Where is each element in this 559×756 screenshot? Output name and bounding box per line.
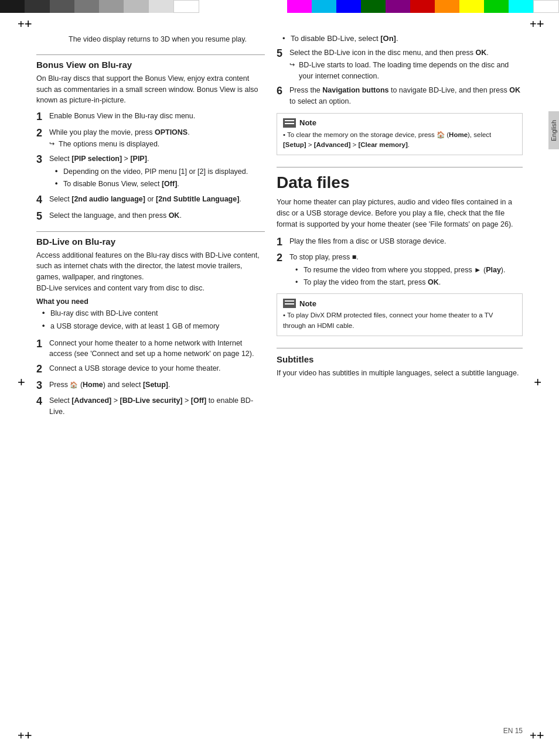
note-icon-2 [283,299,296,308]
data-files-title: Data files [277,173,523,192]
bonus-step-1: 1 Enable Bonus View in the Blu-ray disc … [36,111,265,124]
color-bar-gray4 [124,0,148,13]
color-bar-gray3 [99,0,124,13]
bdlive-note-box: Note • To clear the memory on the storag… [277,113,523,156]
df-note-label: Note [299,299,316,308]
data-files-step-1: 1 Play the files from a disc or USB stor… [277,236,523,249]
right-column: •To disable BD-Live, select [On]. 5 Sele… [277,34,523,724]
step-3-content: Select [PIP selection] > [PIP]. •Dependi… [49,153,265,190]
color-bar-gray5 [149,0,173,13]
bonus-step-3: 3 Select [PIP selection] > [PIP]. •Depen… [36,153,265,190]
bonus-step-4: 4 Select [2nd audio language] or [2nd Su… [36,194,265,207]
bdlive-num-6: 6 [277,85,289,98]
bdlive-step-4-text: Select [Advanced] > [BD-Live security] >… [49,395,265,418]
df-bullet-2: •To play the video from the start, press… [295,277,523,288]
bdlive-note-text: • To clear the memory on the storage dev… [283,130,516,150]
bdlive-num-2: 2 [36,363,49,376]
divider-subtitles [277,348,523,348]
step-3-bullet-2: •To disable Bonus View, select [Off]. [55,179,265,190]
note-icon [283,118,296,128]
bdlive-note-header: Note [283,118,516,128]
bonus-step-2: 2 While you play the movie, press OPTION… [36,127,265,150]
color-bar-magenta [287,0,312,13]
color-bar-yellow [459,0,484,13]
bdlive-num-3: 3 [36,379,49,392]
bdlive-step-5-content: Select the BD-Live icon in the disc menu… [289,47,523,81]
df-num-1: 1 [277,236,289,249]
step-2-arrow-text: The options menu is displayed. [59,139,159,150]
bonus-view-title: Bonus View on Blu-ray [36,60,265,70]
color-bar-green [484,0,509,13]
divider-bonus-view [36,54,265,55]
bdlive-step-1: 1 Connect your home theater to a home ne… [36,338,265,360]
bdlive-disable-bullet: •To disable BD-Live, select [On]. [282,34,523,43]
intro-text: The video display returns to 3D when you… [36,34,265,45]
color-bar-darkgray [25,0,49,13]
bdlive-step-3-text: Press 🏠 (Home) and select [Setup]. [49,379,265,391]
needs-list: •Blu-ray disc with BD-Live content •a US… [36,307,265,332]
reg-mark-mid-right: + [534,375,541,390]
df-step-1-text: Play the files from a disc or USB storag… [289,236,523,247]
step-3-bullet-1: •Depending on the video, PIP menu [1] or… [55,166,265,177]
reg-mark-top-left: + [18,16,29,28]
sidebar-language-label: English [548,111,559,149]
color-bar-cyan2 [509,0,533,13]
step-num-1: 1 [36,111,49,124]
subtitles-body: If your video has subtitles in multiple … [277,368,523,379]
color-bar-black [0,0,25,13]
bdlive-note-label: Note [299,118,316,127]
df-num-2: 2 [277,252,289,265]
bdlive-step-6: 6 Press the Navigation buttons to naviga… [277,85,523,107]
data-files-note-box: Note • To play DivX DRM protected files,… [277,293,523,336]
bdlive-step-2: 2 Connect a USB storage device to your h… [36,363,265,376]
data-files-note-header: Note [283,299,516,308]
page-footer: EN 15 [503,727,523,735]
need-item-2: •a USB storage device, with at least 1 G… [42,320,265,332]
need-item-1: •Blu-ray disc with BD-Live content [42,307,265,319]
bdlive-title: BD-Live on Blu-ray [36,237,265,247]
step-2-content: While you play the movie, press OPTIONS.… [49,127,265,150]
df-step-2-content: To stop play, press ■. •To resume the vi… [289,252,523,288]
bonus-view-body: On Blu-ray discs that support the Bonus … [36,73,265,106]
subtitles-title: Subtitles [277,354,523,364]
bonus-step-5: 5 Select the language, and then press OK… [36,210,265,223]
step-num-5: 5 [36,210,49,223]
color-bar-purple [386,0,410,13]
data-files-step-2: 2 To stop play, press ■. •To resume the … [277,252,523,288]
color-bar-darkgreen [361,0,386,13]
color-bar-orange [435,0,459,13]
reg-mark-mid-left: + [18,375,25,390]
bdlive-step-4: 4 Select [Advanced] > [BD-Live security]… [36,395,265,418]
step-num-4: 4 [36,194,49,207]
step-4-text: Select [2nd audio language] or [2nd Subt… [49,194,265,205]
arrow-icon-2: ↪ [49,139,59,149]
bdlive-step-1-text: Connect your home theater to a home netw… [49,338,265,360]
divider-bdlive [36,231,265,232]
color-bar-white2 [533,0,559,13]
data-files-body: Your home theater can play pictures, aud… [277,197,523,230]
bdlive-num-1: 1 [36,338,49,351]
df-bullet-1: •To resume the video from where you stop… [295,265,523,276]
bdlive-step-5: 5 Select the BD-Live icon in the disc me… [277,47,523,81]
bdlive-step-2-text: Connect a USB storage device to your hom… [49,363,265,374]
color-bar-red [410,0,435,13]
reg-mark-top-right: + [530,16,541,28]
color-bar-gray1 [50,0,74,13]
bdlive-num-5: 5 [277,47,289,60]
arrow-icon-5: ↪ [289,60,299,70]
df-note-text: • To play DivX DRM protected files, conn… [283,310,516,331]
reg-mark-bottom-left: + [18,728,29,740]
bdlive-num-4: 4 [36,395,49,408]
bdlive-step-6-text: Press the Navigation buttons to navigate… [289,85,523,107]
color-bar-cyan [312,0,336,13]
color-bar-gray2 [74,0,99,13]
step-1-text: Enable Bonus View in the Blu-ray disc me… [49,111,265,122]
bdlive-body: Access additional features on the Blu-ra… [36,250,265,294]
step-5-text: Select the language, and then press OK. [49,210,265,221]
step-num-2: 2 [36,127,49,140]
bdlive-right-bullets: •To disable BD-Live, select [On]. [277,34,523,43]
step-num-3: 3 [36,153,49,166]
what-you-need-label: What you need [36,297,265,306]
bdlive-step-3: 3 Press 🏠 (Home) and select [Setup]. [36,379,265,392]
reg-mark-bottom-right: + [530,728,541,740]
